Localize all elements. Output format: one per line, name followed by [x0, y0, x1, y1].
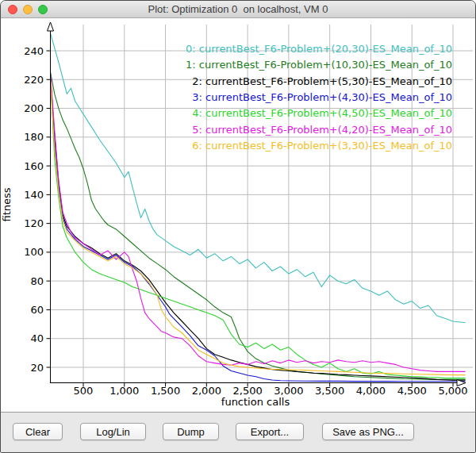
button-row: Clear Log/Lin Dump Export... Save as PNG… [1, 413, 475, 452]
x-tick-label-9: 5,000 [438, 385, 467, 397]
y-tick-label-10: 220 [24, 74, 44, 86]
x-tick-label-8: 4,500 [397, 385, 427, 397]
y-tick-label-1: 40 [30, 332, 44, 344]
x-tick-label-2: 1,500 [151, 385, 180, 397]
dump-button[interactable]: Dump [163, 423, 219, 440]
legend-entry-2: 2: currentBest_F6-Problem+(5,30)-ES_Mean… [192, 75, 452, 87]
window-controls [8, 5, 48, 14]
log-lin-button[interactable]: Log/Lin [80, 423, 146, 440]
plot-window: Plot: Optimization 0 on localhost, VM 0 … [0, 0, 476, 453]
export-button[interactable]: Export... [236, 423, 304, 440]
y-axis-label: fitness [1, 187, 13, 221]
plot-canvas: 204060801001201401601802002202405001,000… [1, 18, 475, 412]
legend-entry-0: 0: currentBest_F6-Problem+(20,30)-ES_Mea… [186, 43, 452, 55]
x-tick-label-6: 3,500 [315, 385, 344, 397]
y-tick-label-5: 120 [24, 217, 44, 229]
y-tick-label-2: 60 [30, 304, 44, 316]
y-axis-arrow-icon [48, 22, 54, 31]
plot-panel: 204060801001201401601802002202405001,000… [1, 18, 475, 413]
save-as-png-button[interactable]: Save as PNG... [322, 423, 414, 440]
series-line-2 [51, 77, 466, 381]
x-tick-label-0: 500 [74, 385, 94, 397]
window-title: Plot: Optimization 0 on localhost, VM 0 [1, 1, 475, 17]
legend-entry-5: 5: currentBest_F6-Problem+(4,20)-ES_Mean… [192, 124, 452, 136]
y-tick-label-11: 240 [24, 45, 44, 57]
clear-button[interactable]: Clear [13, 423, 63, 440]
minimize-icon[interactable] [23, 5, 33, 14]
zoom-icon[interactable] [38, 5, 48, 14]
legend-entry-6: 6: currentBest_F6-Problem+(3,30)-ES_Mean… [192, 140, 452, 152]
titlebar[interactable]: Plot: Optimization 0 on localhost, VM 0 [1, 1, 475, 18]
y-tick-label-6: 140 [24, 189, 44, 201]
x-tick-label-1: 1,000 [109, 385, 139, 397]
y-tick-label-9: 200 [24, 102, 44, 114]
legend-entry-1: 1: currentBest_F6-Problem+(10,30)-ES_Mea… [186, 59, 452, 71]
y-tick-label-0: 20 [30, 362, 44, 374]
y-tick-label-4: 100 [24, 246, 44, 258]
x-tick-label-3: 2,000 [192, 385, 221, 397]
x-tick-label-4: 2,500 [233, 385, 263, 397]
x-axis-label: function calls [221, 396, 290, 408]
y-tick-label-3: 80 [30, 275, 44, 287]
legend-entry-4: 4: currentBest_F6-Problem+(4,50)-ES_Mean… [192, 107, 452, 119]
x-tick-label-7: 4,000 [356, 385, 386, 397]
legend-entry-3: 3: currentBest_F6-Problem+(4,30)-ES_Mean… [192, 91, 452, 103]
y-tick-label-7: 160 [24, 160, 44, 172]
y-tick-label-8: 180 [24, 131, 44, 143]
close-icon[interactable] [8, 5, 17, 14]
x-tick-label-5: 3,000 [274, 385, 303, 397]
